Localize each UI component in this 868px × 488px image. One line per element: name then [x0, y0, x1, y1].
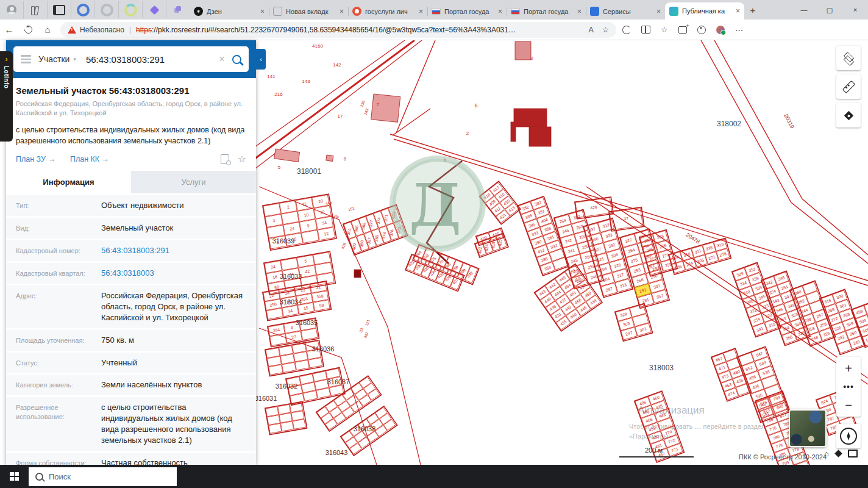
browser-tab-7[interactable]: Публичная ка× — [665, 2, 744, 20]
tab-close-icon[interactable]: × — [733, 7, 740, 15]
tab-close-icon[interactable]: × — [416, 7, 423, 16]
parcel-number: 10 — [304, 212, 309, 217]
browser-essentials-icon[interactable] — [622, 26, 631, 34]
parcel-cell[interactable] — [294, 352, 308, 362]
search-box[interactable]: Участки ▾ 56:43:0318003:291 × — [13, 46, 249, 72]
parcel-cell[interactable] — [282, 212, 299, 224]
parcel-cell[interactable] — [281, 422, 294, 431]
search-icon[interactable] — [232, 55, 241, 64]
favorite-star-icon[interactable]: ☆ — [602, 25, 609, 34]
parcel-cell[interactable] — [308, 357, 322, 367]
history-icon[interactable] — [697, 26, 706, 34]
browser-tab-4[interactable]: Портал госуда× — [427, 3, 507, 20]
browser-tab-3[interactable]: госуслуги лич× — [348, 3, 427, 20]
search-input[interactable]: 56:43:0318003:291 — [86, 54, 219, 65]
pinned-ring-blue-tab[interactable] — [71, 1, 94, 18]
info-value[interactable]: 56:43:0318003 — [101, 268, 246, 279]
panel-tab-2[interactable]: Услуги — [131, 171, 256, 193]
parcel-cell[interactable] — [724, 350, 738, 362]
tab-close-icon[interactable]: × — [496, 7, 502, 16]
read-aloud-icon[interactable]: A — [588, 26, 593, 34]
parcel-cell[interactable] — [632, 314, 648, 326]
lotinfo-extension-tab[interactable]: › LotInfo — [0, 51, 13, 142]
tab-close-icon[interactable]: × — [575, 7, 582, 16]
home-corner-icon[interactable]: ⌂ — [824, 449, 829, 458]
back-icon[interactable]: ← — [0, 24, 18, 35]
clear-search-icon[interactable]: × — [219, 53, 225, 65]
layers-button[interactable] — [836, 46, 861, 70]
parcel-cell[interactable] — [806, 291, 820, 304]
zoom-out-button[interactable]: − — [836, 393, 861, 417]
parcel-cell[interactable] — [280, 354, 294, 364]
parcel-cell[interactable] — [291, 411, 304, 421]
pinned-copy-tab[interactable] — [166, 1, 190, 18]
parcel-cell[interactable] — [761, 375, 778, 389]
panel-collapse-button[interactable]: ‹ — [256, 49, 266, 70]
browser-tab-5[interactable]: Портал госуда× — [507, 3, 586, 20]
pinned-spark-tab[interactable] — [142, 1, 166, 18]
tab-close-icon[interactable]: × — [258, 7, 265, 16]
profile-sync-icon[interactable] — [716, 26, 725, 34]
new-tab-button[interactable]: + — [744, 1, 761, 18]
browser-tab-6[interactable]: Сервисы× — [586, 3, 665, 20]
address-bar[interactable]: Небезопасно | https ://pkk.rosreestr.ru/… — [60, 22, 616, 38]
url-text[interactable]: ://pkk.rosreestr.ru/#/search/51.22326707… — [152, 26, 518, 34]
parcel-cell[interactable] — [549, 249, 564, 261]
close-button[interactable]: × — [842, 0, 868, 20]
map-area[interactable]: АктуализацияЧтобы активировать … перейди… — [0, 40, 868, 465]
favorite-parcel-icon[interactable]: ☆ — [238, 153, 246, 165]
parcel-cell[interactable] — [267, 225, 285, 238]
parcel-cell[interactable] — [266, 407, 279, 417]
parcel-cell[interactable] — [269, 365, 283, 375]
parcel-cell[interactable] — [738, 353, 754, 366]
pinned-ring-pastel-tab[interactable] — [118, 1, 142, 18]
compass-button[interactable] — [836, 424, 861, 448]
panel-tab-1[interactable]: Информация — [6, 171, 131, 193]
pinned-window-tab[interactable] — [47, 1, 71, 18]
measure-button[interactable] — [836, 74, 861, 99]
plan-link-1[interactable]: План ЗУ → — [16, 155, 55, 163]
parcel-cell[interactable] — [267, 415, 280, 425]
fullscreen-corner-icon[interactable] — [848, 450, 858, 458]
menu-icon[interactable] — [21, 55, 31, 63]
locate-button[interactable] — [836, 103, 861, 127]
split-screen-icon[interactable] — [641, 26, 650, 34]
parcel-cell[interactable] — [269, 423, 282, 433]
pinned-books-tab[interactable] — [23, 1, 47, 18]
maximize-button[interactable]: ▢ — [817, 0, 842, 20]
parcel-cell[interactable] — [794, 461, 809, 465]
parcel-cell[interactable] — [278, 404, 291, 414]
pinned-ring-gray-tab[interactable] — [94, 1, 118, 18]
info-value[interactable]: 56:43:0318003:291 — [101, 245, 246, 256]
parcel-cell[interactable] — [282, 362, 296, 372]
security-warning-label[interactable]: Небезопасно — [80, 26, 124, 34]
parcel-cell[interactable] — [727, 358, 741, 370]
parcel-number: 332 — [608, 242, 616, 248]
settings-menu-icon[interactable]: ⋯ — [735, 25, 744, 35]
home-icon[interactable]: ⌂ — [38, 24, 57, 35]
plan-link-2[interactable]: План КК → — [70, 155, 109, 163]
parcel-cell[interactable] — [295, 360, 309, 370]
profile-avatar-tab[interactable] — [0, 1, 23, 18]
zoom-in-button[interactable]: + — [836, 357, 861, 380]
tab-close-icon[interactable]: × — [337, 7, 344, 16]
parcel-cell[interactable] — [302, 230, 319, 243]
minimize-button[interactable]: — — [791, 0, 817, 20]
refresh-icon[interactable] — [23, 24, 34, 35]
browser-tab-1[interactable]: ✶Дзен× — [190, 3, 269, 20]
parcel-cell[interactable] — [293, 419, 305, 429]
parcel-cell[interactable] — [803, 282, 817, 295]
browser-tab-2[interactable]: Новая вкладк× — [269, 3, 348, 20]
basemap-thumbnail[interactable] — [789, 409, 827, 447]
favorites-icon[interactable]: ☆ — [661, 25, 668, 34]
taskbar-search[interactable]: Поиск — [29, 467, 177, 486]
tab-close-icon[interactable]: × — [654, 7, 661, 16]
zoom-more-button[interactable]: ••• — [843, 380, 854, 393]
start-button[interactable] — [0, 465, 29, 488]
parcel-cell[interactable] — [279, 413, 292, 423]
search-category-select[interactable]: Участки — [38, 54, 69, 64]
collections-icon[interactable] — [678, 26, 687, 34]
parcel-cell[interactable] — [267, 356, 281, 366]
center-corner-icon[interactable] — [834, 450, 842, 458]
doc-search-icon[interactable] — [221, 154, 229, 164]
